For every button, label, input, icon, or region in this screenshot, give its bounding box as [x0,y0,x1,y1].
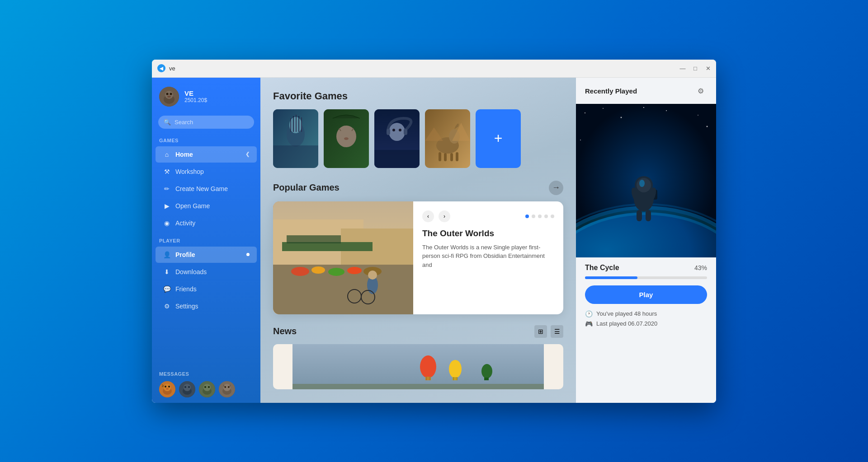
next-button[interactable]: › [439,210,450,222]
sidebar-item-downloads[interactable]: ⬇ Downloads [156,264,257,280]
svg-rect-49 [374,150,420,168]
user-icon: 👤 [163,251,171,258]
message-avatar-2[interactable] [179,381,195,397]
news-controls: ⊞ ☰ [534,325,563,338]
game-thumb-2[interactable] [324,109,369,168]
svg-point-18 [188,386,190,388]
user-name: VE [184,89,207,97]
search-icon: 🔍 [164,119,171,126]
sidebar-item-activity[interactable]: ◉ Activity [156,215,257,231]
svg-point-85 [585,112,585,113]
svg-point-17 [184,386,186,388]
sidebar-item-open-game[interactable]: ▶ Open Game [156,198,257,214]
minimize-button[interactable]: — [680,65,685,71]
chevron-icon: ❮ [245,151,250,157]
sidebar-item-downloads-label: Downloads [175,268,207,275]
nav-dot-4[interactable] [544,215,548,218]
sidebar-item-home[interactable]: ⌂ Home ❮ [156,146,257,163]
search-box[interactable]: 🔍 [158,116,254,129]
sidebar-item-settings[interactable]: ⚙ Settings [156,298,257,314]
svg-point-2 [165,91,173,99]
nav-dot-3[interactable] [538,215,542,218]
activity-icon: ◉ [163,219,171,227]
popular-games-arrow[interactable]: → [549,181,563,195]
svg-point-92 [643,107,644,108]
svg-point-46 [399,129,401,131]
maximize-button[interactable]: □ [693,65,698,71]
user-balance: 2501.20$ [184,97,207,103]
svg-rect-48 [404,129,407,135]
svg-point-44 [389,123,405,141]
news-title: News [273,326,534,336]
popular-game-title: The Outer Worlds [422,229,554,238]
svg-point-77 [449,360,462,378]
close-button[interactable]: ✕ [705,65,711,71]
game-name: The Cycle [585,264,694,272]
svg-point-100 [639,180,645,187]
game-info-section: The Cycle 43% Play 🕐 You've played 48 ho… [576,257,716,332]
news-grid-view-btn[interactable]: ⊞ [534,325,547,338]
svg-rect-34 [293,116,294,132]
player-section-label: Player [152,236,260,246]
svg-point-22 [204,386,206,388]
nav-dot-5[interactable] [551,215,554,218]
right-panel: Recently Played ⚙ [576,78,716,403]
sidebar-item-profile-label: Profile [175,251,195,258]
search-input[interactable] [175,119,249,126]
svg-point-8 [164,384,171,391]
svg-rect-33 [290,118,291,132]
messages-label: Messages [159,371,253,377]
message-avatar-4[interactable] [219,381,235,397]
svg-rect-35 [296,115,297,132]
sidebar-item-workshop-label: Workshop [175,168,204,175]
nav-dots [525,215,554,218]
play-button[interactable]: Play [585,285,707,304]
message-avatar-3[interactable] [199,381,215,397]
nav-dot-2[interactable] [532,215,535,218]
svg-rect-104 [637,210,642,221]
gamepad-icon: 🎮 [585,320,593,327]
add-game-button[interactable]: + [476,109,521,168]
workshop-icon: ⚒ [163,168,171,175]
svg-rect-37 [301,117,302,132]
svg-point-86 [603,108,604,109]
sidebar-item-open-label: Open Game [175,202,210,210]
game-thumb-3[interactable] [374,109,420,168]
nav-dot-1[interactable] [525,215,529,218]
popular-game-image [273,201,413,314]
home-icon: ⌂ [163,151,171,158]
message-avatar-1[interactable] [159,381,175,397]
game-thumb-4[interactable] [425,109,470,168]
svg-point-68 [368,271,377,280]
svg-point-63 [311,266,325,274]
svg-point-4 [170,93,172,95]
svg-rect-82 [484,378,489,380]
popular-game-card: ‹ › The Outer Worlds The Outer Worlds is… [273,201,563,314]
svg-point-65 [347,267,362,274]
sidebar-item-profile[interactable]: 👤 Profile [156,247,257,263]
svg-point-45 [392,129,395,131]
svg-point-88 [666,110,667,111]
app-logo: ◀ [157,64,165,72]
gear-icon: ⚙ [163,303,171,310]
favorite-games-title: Favorite Games [273,90,563,102]
svg-rect-83 [292,384,544,389]
svg-point-87 [621,117,622,118]
sidebar-item-create-new-game[interactable]: ✏ Create New Game [156,181,257,197]
svg-rect-32 [273,145,318,168]
chat-icon: 💬 [163,285,171,293]
prev-button[interactable]: ‹ [422,210,434,222]
svg-point-64 [328,268,344,276]
user-section: VE 2501.20$ [152,78,260,116]
popular-games-header: Popular Games → [273,181,563,195]
news-card[interactable] [273,344,563,389]
svg-point-42 [344,137,349,140]
sidebar-item-friends[interactable]: 💬 Friends [156,281,257,297]
last-played-row: 🎮 Last played 06.07.2020 [585,320,707,327]
game-thumb-1[interactable] [273,109,318,168]
svg-point-3 [166,93,169,95]
recently-played-settings-button[interactable]: ⚙ [694,85,707,98]
sidebar-item-workshop[interactable]: ⚒ Workshop [156,163,257,180]
pencil-icon: ✏ [163,185,171,192]
news-list-view-btn[interactable]: ☰ [551,325,563,338]
